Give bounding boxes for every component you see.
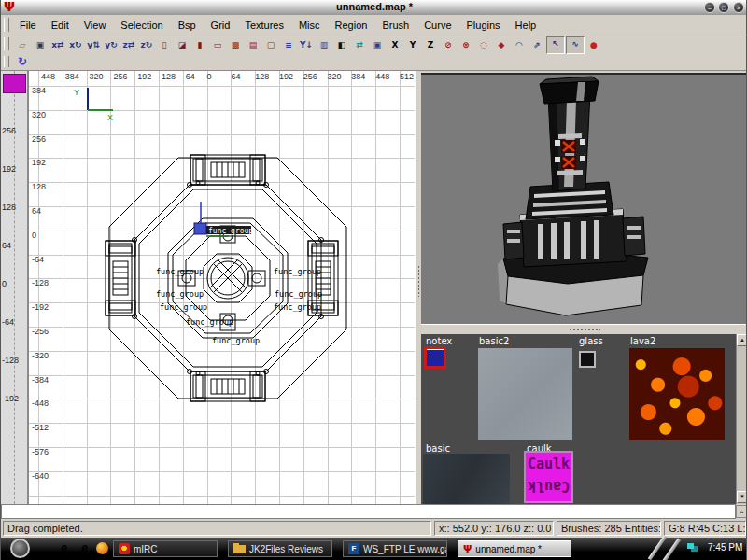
menu-item[interactable]: Region <box>328 17 375 34</box>
toolbar-button[interactable]: ≡ <box>280 37 297 53</box>
toolbar-button[interactable]: X <box>387 37 403 53</box>
toolbar-button[interactable]: ▮ <box>191 37 208 53</box>
menu-item[interactable]: Help <box>508 17 544 34</box>
ruler-label: 384 <box>32 86 49 110</box>
texture-tile-caulk[interactable]: Caulk Caulk <box>524 451 573 503</box>
toolbar-button[interactable]: ▱ <box>14 37 31 53</box>
texture-name: basic2 <box>479 336 509 346</box>
toolbar-button[interactable]: ⊘ <box>440 37 457 53</box>
ruler-label: 0 <box>207 72 232 81</box>
internet-explorer-icon[interactable]: e <box>57 541 71 555</box>
ruler-label: -320 <box>32 351 49 375</box>
z-ruler-label: 256 <box>2 126 19 164</box>
toolbar-button[interactable]: ▣ <box>32 37 49 53</box>
toolbar-button[interactable]: ⊗ <box>458 37 474 53</box>
toolbar-button[interactable]: z⇄ <box>120 37 137 53</box>
toolbar-button[interactable]: Z <box>422 37 439 53</box>
texture-tile-basic[interactable] <box>423 454 510 504</box>
menu-item[interactable]: Textures <box>237 17 291 34</box>
toolbar-button[interactable]: z↻ <box>138 37 155 53</box>
menu-item[interactable]: Curve <box>416 17 458 34</box>
svg-text:X: X <box>107 113 113 122</box>
toolbar-button[interactable]: y⇅ <box>85 37 102 53</box>
toolbar-button[interactable]: x↻ <box>67 37 84 53</box>
menu-item[interactable]: Misc <box>291 17 328 34</box>
texture-scrollbar[interactable]: ▲ ▼ <box>736 334 747 504</box>
ruler-label: 128 <box>255 72 279 81</box>
scroll-up-icon[interactable]: ▲ <box>737 334 747 346</box>
toolbar-button[interactable]: ▭ <box>209 37 226 53</box>
toolbar-button[interactable]: ◧ <box>333 37 350 53</box>
scroll-down-icon[interactable]: ▼ <box>737 491 747 503</box>
ftp-icon: F <box>348 543 359 554</box>
texture-tile-basic2[interactable] <box>478 348 572 440</box>
taskbar-button-radiant[interactable]: Ψ unnamed.map * <box>458 540 571 557</box>
toolbar-button[interactable]: Y <box>404 37 421 53</box>
menu-item[interactable]: Edit <box>44 17 77 34</box>
toolbar-button[interactable]: ◌ <box>475 37 492 53</box>
z-selection-marker[interactable] <box>3 74 26 93</box>
texture-tile-notex[interactable] <box>424 346 446 369</box>
ruler-label: -640 <box>32 471 49 496</box>
toolbar-button[interactable]: ▤ <box>245 37 261 53</box>
toolbar-button[interactable]: ▯ <box>156 37 173 53</box>
toolbar-button[interactable]: ● <box>585 37 602 53</box>
taskbar-button-wsftp[interactable]: F WS_FTP LE www.ga... <box>343 540 447 557</box>
console-line[interactable] <box>1 504 736 519</box>
ruler-label: -256 <box>110 72 134 81</box>
ruler-label: -64 <box>183 72 207 81</box>
z-ruler-label: -64 <box>2 317 19 356</box>
close-button[interactable]: × <box>733 2 744 13</box>
ruler-label: 256 <box>32 134 49 159</box>
browser-alt-icon[interactable]: e <box>78 541 92 555</box>
toolbar-button[interactable]: ◠ <box>511 37 528 53</box>
toolbar-button[interactable]: ⇄ <box>351 37 368 53</box>
camera-3d-view[interactable] <box>421 73 747 326</box>
menu-item[interactable]: Plugins <box>459 17 508 34</box>
menu-item[interactable]: View <box>77 17 114 34</box>
menu-item[interactable]: Bsp <box>171 17 204 34</box>
texture-tile-glass[interactable] <box>579 351 596 368</box>
title-bar[interactable]: Ψ unnamed.map * – □ × <box>1 0 747 16</box>
map-geometry[interactable]: Y X <box>29 71 415 504</box>
vertical-splitter[interactable] <box>415 71 421 504</box>
menu-item[interactable]: File <box>12 17 44 34</box>
network-tray-icon[interactable] <box>687 543 694 549</box>
minimize-button[interactable]: – <box>704 2 715 13</box>
toolbar-grip[interactable] <box>4 18 9 32</box>
free-rotation-button[interactable]: ↻ <box>14 54 31 70</box>
start-button[interactable] <box>10 539 30 558</box>
ruler-label: 64 <box>231 72 255 81</box>
toolbar-button[interactable]: ∿ <box>566 36 585 54</box>
toolbar-button[interactable]: ▢ <box>262 37 279 53</box>
horizontal-splitter[interactable] <box>421 324 747 334</box>
tower-render <box>421 75 747 326</box>
toolbar-button[interactable]: y↻ <box>103 37 120 53</box>
menu-item[interactable]: Brush <box>374 17 416 34</box>
grid-top-ruler: -448-384-320-256-192-128-640641281922563… <box>38 72 415 81</box>
toolbar-button[interactable]: ▣ <box>369 37 386 53</box>
taskbar-button-mirc[interactable]: mIRC <box>113 540 218 557</box>
toolbar-button[interactable]: ◪ <box>174 37 190 53</box>
z-axis-strip[interactable]: 256192128640-64-128-192 <box>1 71 29 504</box>
restore-button[interactable]: □ <box>718 2 729 13</box>
console-resize-icon[interactable]: ▵ <box>736 505 747 518</box>
toolbar-grip[interactable] <box>4 37 9 50</box>
toolbar-button[interactable]: ◆ <box>493 37 510 53</box>
taskbar-button-folder[interactable]: JK2Files Reviews <box>228 540 332 557</box>
taskbar-clock[interactable]: 7:45 PM <box>708 542 742 553</box>
toolbar-button[interactable]: ⇗ <box>529 37 545 53</box>
menu-item[interactable]: Selection <box>113 17 170 34</box>
toolbar-button[interactable]: Y↓ <box>298 37 315 53</box>
toolbar-button[interactable]: x⇄ <box>49 37 66 53</box>
texture-tile-lava2[interactable] <box>629 348 725 440</box>
toolbar-button[interactable]: ↖ <box>546 36 565 54</box>
toolbar-button[interactable]: ▥ <box>316 37 332 53</box>
media-player-icon[interactable] <box>96 542 108 554</box>
menu-item[interactable]: Grid <box>204 17 238 34</box>
toolbar-grip[interactable] <box>4 56 9 67</box>
toolbar-button[interactable]: ▩ <box>227 37 244 53</box>
ruler-label: -192 <box>134 72 159 81</box>
xy-grid-view[interactable]: -448-384-320-256-192-128-640641281922563… <box>29 71 415 504</box>
texture-browser[interactable]: notex basic2 glass lava2 basic caulk Cau… <box>421 334 747 504</box>
